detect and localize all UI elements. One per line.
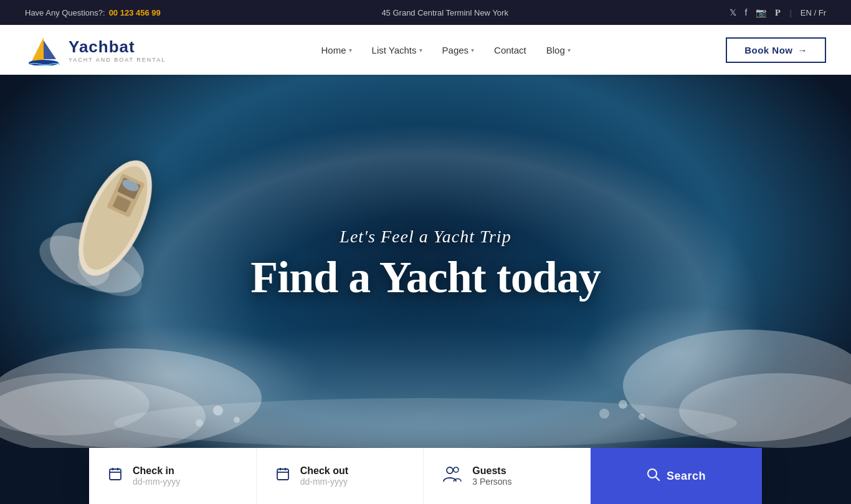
svg-marker-0 <box>31 37 44 62</box>
svg-point-18 <box>213 406 223 416</box>
nav-blog[interactable]: Blog ▾ <box>546 45 571 55</box>
checkout-placeholder: dd-mm-yyyy <box>300 477 348 487</box>
svg-line-35 <box>655 477 659 480</box>
guests-field[interactable]: Guests 3 Persons <box>424 448 591 504</box>
address: 45 Grand Central Terminl New York <box>381 8 508 17</box>
guests-value: 3 Persons <box>472 477 511 487</box>
instagram-icon[interactable]: 📷 <box>756 7 766 17</box>
wave-effects <box>0 323 851 448</box>
question-label: Have Any Questions?: <box>25 8 105 17</box>
nav-list-yachts[interactable]: List Yachts ▾ <box>372 45 422 55</box>
twitter-icon[interactable]: 𝕏 <box>730 7 736 17</box>
svg-point-21 <box>619 400 627 409</box>
checkout-label: Check out <box>300 465 348 477</box>
calendar-checkout-icon <box>275 467 290 485</box>
calendar-icon <box>108 467 123 485</box>
hero-section: Let's Feel a Yacht Trip Find a Yacht tod… <box>0 75 851 504</box>
checkin-field[interactable]: Check in dd-mm-yyyy <box>89 448 257 504</box>
logo-icon <box>25 34 62 65</box>
guests-icon <box>442 465 462 487</box>
svg-marker-1 <box>44 40 56 59</box>
search-bar: Check in dd-mm-yyyy Check out dd-mm-yyyy <box>89 448 762 504</box>
pinterest-icon[interactable]: 𝐏 <box>775 7 781 18</box>
svg-point-20 <box>196 419 203 427</box>
svg-point-23 <box>599 409 609 419</box>
contact-info: Have Any Questions?: 00 123 456 99 <box>25 8 161 17</box>
nav-pages[interactable]: Pages ▾ <box>442 45 475 55</box>
logo-text: Yachbat YACHT AND BOAT RENTAL <box>69 37 166 63</box>
guests-label: Guests <box>472 465 511 477</box>
boat-image <box>7 110 223 326</box>
nav-home[interactable]: Home ▾ <box>321 45 352 55</box>
header: Yachbat YACHT AND BOAT RENTAL Home ▾ Lis… <box>0 25 851 75</box>
nav-pages-arrow: ▾ <box>471 47 474 54</box>
search-icon <box>647 468 660 485</box>
hero-title: Find a Yacht today <box>250 253 600 302</box>
main-nav: Home ▾ List Yachts ▾ Pages ▾ Contact Blo… <box>321 45 571 55</box>
search-btn-label: Search <box>667 470 706 483</box>
svg-point-19 <box>234 417 240 423</box>
checkin-placeholder: dd-mm-yyyy <box>133 477 180 487</box>
top-right-actions: 𝕏 f 📷 𝐏 | EN / Fr <box>730 7 826 18</box>
hero-content: Let's Feel a Yacht Trip Find a Yacht tod… <box>250 227 600 302</box>
nav-contact[interactable]: Contact <box>494 45 526 55</box>
guests-content: Guests 3 Persons <box>472 465 511 487</box>
checkin-label: Check in <box>133 465 180 477</box>
svg-point-32 <box>447 467 453 473</box>
language-switcher[interactable]: EN / Fr <box>801 8 826 17</box>
svg-point-17 <box>114 398 737 448</box>
nav-home-arrow: ▾ <box>349 47 352 54</box>
nav-list-yachts-arrow: ▾ <box>419 47 422 54</box>
phone-number[interactable]: 00 123 456 99 <box>109 8 161 17</box>
logo-name: Yachbat <box>69 37 166 57</box>
svg-rect-24 <box>110 469 121 480</box>
checkout-content: Check out dd-mm-yyyy <box>300 465 348 487</box>
checkin-content: Check in dd-mm-yyyy <box>133 465 180 487</box>
logo[interactable]: Yachbat YACHT AND BOAT RENTAL <box>25 34 166 65</box>
svg-point-33 <box>454 467 459 472</box>
top-bar: Have Any Questions?: 00 123 456 99 45 Gr… <box>0 0 851 25</box>
book-now-button[interactable]: Book Now → <box>726 37 826 63</box>
search-button[interactable]: Search <box>591 448 762 504</box>
svg-point-22 <box>639 414 645 420</box>
logo-tagline: YACHT AND BOAT RENTAL <box>69 57 166 63</box>
facebook-icon[interactable]: f <box>745 7 748 17</box>
nav-blog-arrow: ▾ <box>568 47 571 54</box>
arrow-right-icon: → <box>797 45 807 55</box>
svg-rect-28 <box>277 469 288 480</box>
checkout-field[interactable]: Check out dd-mm-yyyy <box>257 448 424 504</box>
hero-subtitle: Let's Feel a Yacht Trip <box>250 227 600 247</box>
divider: | <box>789 8 791 17</box>
